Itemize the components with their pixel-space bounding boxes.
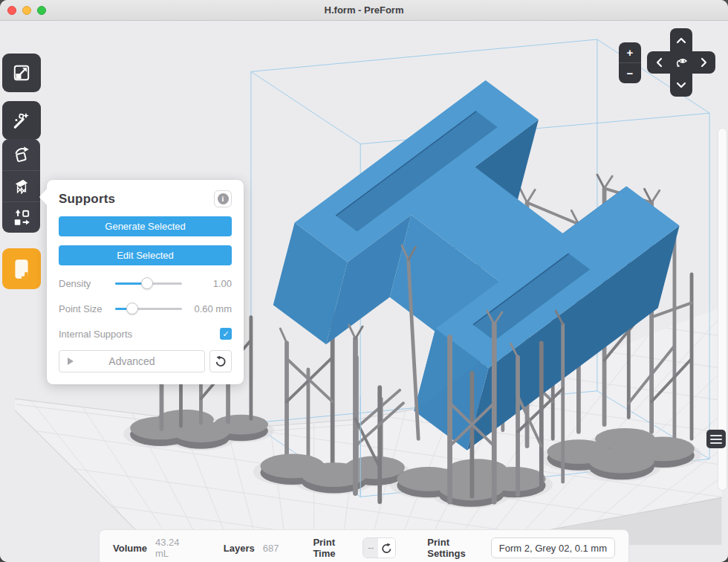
- supports-panel: Supports i Generate Selected Edit Select…: [47, 180, 244, 384]
- resize-icon: [12, 63, 31, 83]
- print-time-value: --: [363, 538, 378, 558]
- rotate-left-button[interactable]: [648, 51, 670, 74]
- point-size-slider[interactable]: [115, 308, 182, 310]
- print-settings-button[interactable]: Form 2, Grey 02, 0.1 mm: [491, 537, 615, 558]
- zoom-in-button[interactable]: +: [619, 42, 641, 62]
- reset-icon: [215, 355, 227, 367]
- density-slider[interactable]: [115, 282, 182, 285]
- point-size-value: 0.60 mm: [182, 303, 232, 314]
- zoom-control: + −: [619, 42, 641, 83]
- print-time-refresh-button[interactable]: [378, 538, 395, 558]
- layers-label: Layers: [224, 543, 255, 554]
- orbit-eye-icon: [673, 54, 689, 71]
- resin-cartridge-icon: [11, 258, 32, 280]
- chevron-right-icon: [701, 57, 707, 68]
- generate-selected-button[interactable]: Generate Selected: [59, 216, 232, 236]
- volume-label: Volume: [113, 543, 147, 554]
- status-bar: Volume 43.24 mL Layers 687 Print Time --…: [99, 529, 629, 562]
- point-size-row: Point Size 0.60 mm: [59, 301, 232, 316]
- close-button[interactable]: [7, 6, 16, 15]
- internal-supports-checkbox[interactable]: ✓: [220, 328, 232, 340]
- density-value: 1.00: [182, 278, 232, 289]
- chevron-left-icon: [656, 57, 663, 68]
- panel-title: Supports: [59, 192, 115, 207]
- layout-tool-button[interactable]: [2, 201, 40, 233]
- info-button[interactable]: i: [214, 190, 232, 207]
- layer-slider-handle[interactable]: [706, 430, 726, 448]
- supports-tool-button[interactable]: [2, 170, 40, 201]
- rotate-cube-icon: [12, 145, 31, 164]
- tool-group: [2, 139, 40, 233]
- advanced-label: Advanced: [59, 355, 204, 367]
- chevron-down-icon: [676, 82, 686, 88]
- supports-icon: [12, 177, 31, 196]
- size-tool-button[interactable]: [2, 54, 41, 92]
- density-row: Density 1.00: [59, 276, 232, 291]
- zoom-out-button[interactable]: −: [619, 62, 641, 83]
- rotate-down-button[interactable]: [670, 74, 692, 96]
- layer-slider-track[interactable]: [718, 128, 727, 491]
- chevron-up-icon: [676, 37, 686, 44]
- magic-wand-icon: [12, 111, 31, 130]
- volume-value: 43.24 mL: [155, 537, 191, 559]
- rotate-up-button[interactable]: [670, 29, 692, 51]
- internal-supports-label: Internal Supports: [59, 329, 132, 340]
- fullscreen-button[interactable]: [37, 6, 46, 15]
- app-window: H.form - PreForm: [0, 0, 728, 562]
- density-label: Density: [59, 278, 115, 289]
- info-icon: i: [218, 193, 229, 204]
- window-controls: [7, 0, 46, 21]
- internal-supports-row: Internal Supports ✓: [59, 328, 232, 340]
- reset-button[interactable]: [209, 350, 232, 372]
- window-title: H.form - PreForm: [325, 4, 404, 16]
- print-time-label: Print Time: [313, 537, 354, 559]
- orbit-view-button[interactable]: [670, 51, 692, 74]
- cartridge-tool-button[interactable]: [2, 248, 41, 289]
- print-time-widget: --: [363, 537, 396, 558]
- titlebar: H.form - PreForm: [0, 0, 728, 21]
- minimize-button[interactable]: [22, 6, 31, 15]
- refresh-icon: [381, 543, 392, 554]
- viewport[interactable]: Supports i Generate Selected Edit Select…: [0, 21, 728, 562]
- layout-arrows-icon: [12, 208, 31, 227]
- print-settings-label: Print Settings: [427, 537, 482, 559]
- density-slider-thumb[interactable]: [141, 277, 153, 289]
- point-size-slider-thumb[interactable]: [126, 303, 138, 314]
- rotate-right-button[interactable]: [692, 51, 715, 74]
- orient-tool-button[interactable]: [2, 139, 40, 170]
- layers-value: 687: [263, 543, 279, 554]
- edit-selected-button[interactable]: Edit Selected: [59, 245, 232, 265]
- advanced-button[interactable]: Advanced: [59, 350, 205, 372]
- point-size-label: Point Size: [59, 303, 115, 314]
- one-click-print-button[interactable]: [2, 101, 41, 140]
- view-dpad: [647, 28, 715, 97]
